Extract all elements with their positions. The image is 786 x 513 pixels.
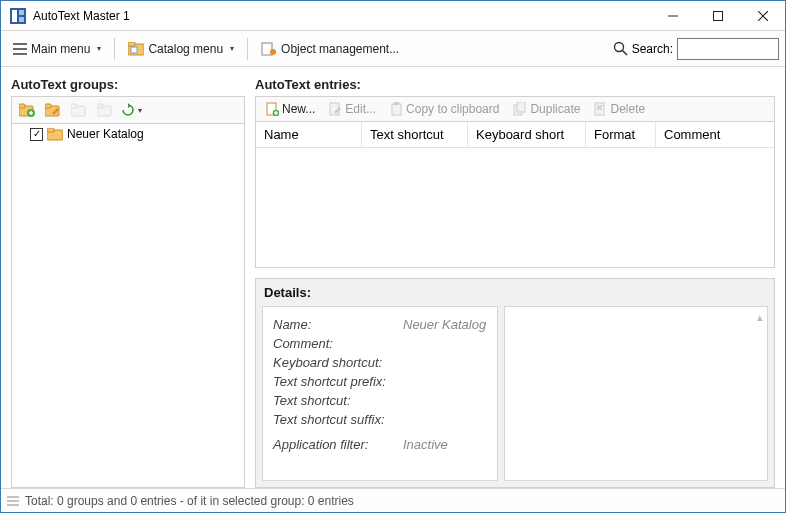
window-controls [650,1,785,30]
svg-rect-39 [517,102,525,112]
details-preview[interactable]: ▴ [504,306,768,481]
table-header: Name Text shortcut Keyboard short Format… [256,122,774,148]
duplicate-entry-button[interactable]: Duplicate [507,100,586,118]
entries-title: AutoText entries: [255,75,775,96]
delete-entry-label: Delete [610,102,645,116]
toolbar-separator [247,38,248,60]
search-icon [613,41,628,56]
app-icon [9,7,27,25]
detail-key-tssuffix: Text shortcut suffix: [273,410,403,429]
refresh-groups-button[interactable] [120,100,142,120]
detail-key-ts: Text shortcut: [273,391,403,410]
catalog-icon [128,42,144,56]
main-toolbar: Main menu Catalog menu Object management… [1,31,785,67]
svg-rect-2 [19,10,24,15]
main-menu-label: Main menu [31,42,90,56]
groups-panel: AutoText groups: [11,75,245,488]
delete-doc-icon [594,102,607,116]
clipboard-icon [390,102,403,116]
maximize-button[interactable] [695,1,740,30]
new-entry-button[interactable]: New... [260,100,321,118]
detail-key-name: Name: [273,315,403,334]
edit-entry-button[interactable]: Edit... [323,100,382,118]
tree-item[interactable]: ✓ Neuer Katalog [12,124,244,144]
svg-rect-26 [71,104,77,108]
svg-rect-40 [595,103,604,115]
col-text-shortcut[interactable]: Text shortcut [362,122,468,147]
scroll-up-icon[interactable]: ▴ [757,311,763,324]
catalog-menu-button[interactable]: Catalog menu [122,38,240,60]
object-management-button[interactable]: Object management... [255,38,405,60]
svg-rect-1 [12,10,17,22]
export-group-button[interactable] [94,100,116,120]
col-comment[interactable]: Comment [656,122,774,147]
svg-point-15 [270,49,276,55]
details-panel: Details: Name:Neuer Katalog Comment: Key… [255,278,775,488]
svg-line-17 [622,51,627,56]
new-group-button[interactable] [16,100,38,120]
hamburger-icon [13,43,27,55]
svg-rect-28 [97,104,103,108]
svg-rect-37 [394,102,399,105]
window-title: AutoText Master 1 [33,9,130,23]
details-title: Details: [262,283,768,306]
search-area: Search: [613,38,779,60]
details-properties: Name:Neuer Katalog Comment: Keyboard sho… [262,306,498,481]
status-text: Total: 0 groups and 0 entries - of it in… [25,494,354,508]
main-menu-button[interactable]: Main menu [7,38,107,60]
checkbox-icon[interactable]: ✓ [30,128,43,141]
toolbar-separator [114,38,115,60]
entries-toolbar: New... Edit... Copy to clipboard Duplica… [255,96,775,122]
minimize-button[interactable] [650,1,695,30]
tree-item-label: Neuer Katalog [67,127,144,141]
svg-rect-3 [19,17,24,22]
search-label: Search: [632,42,673,56]
detail-key-comment: Comment: [273,334,403,353]
edit-doc-icon [329,102,342,116]
statusbar: Total: 0 groups and 0 entries - of it in… [1,488,785,512]
groups-toolbar [11,96,245,124]
app-window: AutoText Master 1 Main menu [0,0,786,513]
object-mgmt-icon [261,42,277,56]
col-keyboard-short[interactable]: Keyboard short [468,122,586,147]
edit-entry-label: Edit... [345,102,376,116]
duplicate-icon [513,102,527,116]
detail-val-name: Neuer Katalog [403,315,486,334]
copy-entry-label: Copy to clipboard [406,102,499,116]
new-doc-icon [266,102,279,116]
edit-group-button[interactable] [42,100,64,120]
import-group-button[interactable] [68,100,90,120]
titlebar: AutoText Master 1 [1,1,785,31]
svg-rect-30 [47,128,54,132]
close-button[interactable] [740,1,785,30]
col-format[interactable]: Format [586,122,656,147]
duplicate-entry-label: Duplicate [530,102,580,116]
search-input[interactable] [677,38,779,60]
detail-val-appfilter: Inactive [403,435,448,454]
svg-rect-24 [45,104,51,108]
svg-rect-36 [392,104,401,115]
copy-entry-button[interactable]: Copy to clipboard [384,100,505,118]
svg-point-16 [614,43,623,52]
detail-key-appfilter: Application filter: [273,435,403,454]
delete-entry-button[interactable]: Delete [588,100,651,118]
svg-rect-12 [128,42,135,46]
groups-tree[interactable]: ✓ Neuer Katalog [11,124,245,488]
svg-rect-19 [19,104,25,108]
new-entry-label: New... [282,102,315,116]
folder-icon [47,128,63,141]
status-list-icon [7,496,19,506]
detail-key-tsprefix: Text shortcut prefix: [273,372,403,391]
catalog-menu-label: Catalog menu [148,42,223,56]
detail-key-kbd: Keyboard shortcut: [273,353,403,372]
col-name[interactable]: Name [256,122,362,147]
entries-table[interactable]: Name Text shortcut Keyboard short Format… [255,122,775,268]
groups-title: AutoText groups: [11,75,245,96]
entries-panel: AutoText entries: New... Edit... Copy to… [255,75,775,488]
main-body: AutoText groups: [1,67,785,488]
svg-rect-13 [131,47,137,53]
svg-rect-5 [713,11,722,20]
object-mgmt-label: Object management... [281,42,399,56]
